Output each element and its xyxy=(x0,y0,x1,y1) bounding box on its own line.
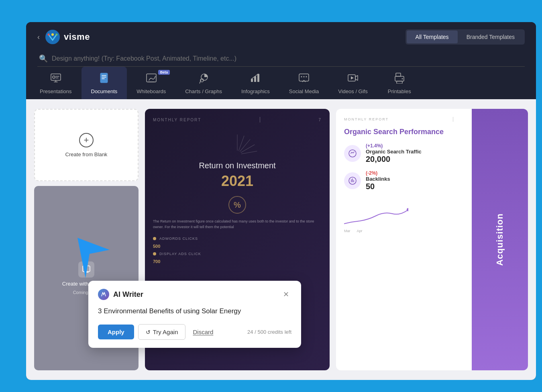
tab-documents[interactable]: Documents xyxy=(82,67,127,99)
tab-charts[interactable]: Charts / Graphs xyxy=(175,67,232,99)
stat-icon-2 xyxy=(344,172,361,189)
stat-change-2: (-2%) xyxy=(366,170,390,176)
svg-point-1 xyxy=(51,33,54,36)
all-templates-button[interactable]: All Templates xyxy=(407,31,458,43)
metric-dot-2 xyxy=(153,252,156,255)
svg-point-2 xyxy=(48,34,50,36)
ai-writer-icon xyxy=(98,289,109,300)
header: ‹ visme All Templates Branded Templates … xyxy=(26,22,536,67)
svg-rect-20 xyxy=(396,73,401,76)
purple-acquisition-strip: Acquisition xyxy=(472,109,528,370)
dark-template-title: Return on Investment xyxy=(153,161,322,170)
metric-item-2: DISPLAY ADS CLICK xyxy=(153,252,322,256)
light-report-divider xyxy=(453,117,453,122)
popup-title-area: AI Writer xyxy=(98,289,143,300)
tab-whiteboards[interactable]: Beta Whiteboards xyxy=(127,67,175,99)
header-top: ‹ visme All Templates Branded Templates xyxy=(37,29,525,45)
popup-title: AI Writer xyxy=(113,290,143,299)
svg-rect-11 xyxy=(251,79,253,82)
discard-button[interactable]: Discard xyxy=(189,325,216,339)
search-input[interactable] xyxy=(52,55,523,62)
tab-social-media[interactable]: Social Media xyxy=(279,67,328,99)
tab-social-media-label: Social Media xyxy=(289,88,319,94)
dark-report-header: MONTHLY REPORT 7 xyxy=(153,117,322,122)
apply-button[interactable]: Apply xyxy=(98,325,134,339)
videos-icon xyxy=(347,72,359,85)
stat-change-1: (+1.4%) xyxy=(366,143,422,149)
svg-point-34 xyxy=(349,150,356,157)
stat-icon-1 xyxy=(344,145,361,162)
back-button[interactable]: ‹ xyxy=(37,33,40,41)
dark-template-year: 2021 xyxy=(153,173,322,190)
popup-content: 3 Environmental Benefits of using Solar … xyxy=(98,306,291,316)
metric-dot-1 xyxy=(153,237,156,240)
metric-item-1: ADWORDS CLICKS xyxy=(153,237,322,241)
dark-report-number: 7 xyxy=(318,118,322,122)
svg-rect-6 xyxy=(100,73,108,83)
light-report-label: MONTHLY REPORT xyxy=(344,117,389,121)
documents-icon xyxy=(98,72,110,85)
chart-label-mar: Mar xyxy=(344,229,350,233)
svg-rect-13 xyxy=(257,74,259,82)
tab-presentations[interactable]: Presentations xyxy=(30,67,82,99)
nav-tabs: Presentations Documents Beta Whiteboards… xyxy=(26,67,536,99)
template-buttons: All Templates Branded Templates xyxy=(405,29,525,45)
search-bar: 🔍 xyxy=(37,51,525,67)
arrow-pointer xyxy=(73,238,110,280)
credits-total: 500 xyxy=(257,329,266,335)
chart-label-apr: Apr xyxy=(357,229,363,233)
tab-infographics-label: Infographics xyxy=(241,88,270,94)
tab-printables-label: Printables xyxy=(388,88,411,94)
tab-documents-label: Documents xyxy=(91,88,118,94)
try-again-label: Try Again xyxy=(153,329,178,335)
svg-point-17 xyxy=(306,76,307,78)
dark-report-label: MONTHLY REPORT xyxy=(153,118,201,122)
acquisition-text: Acquisition xyxy=(495,213,505,266)
svg-point-5 xyxy=(53,76,55,78)
svg-point-23 xyxy=(401,78,403,80)
logo-text: visme xyxy=(64,32,90,42)
svg-marker-37 xyxy=(77,238,110,278)
popup-footer: Apply ↺ Try Again Discard 24 / 500 credi… xyxy=(98,324,291,340)
tab-videos-label: Videos / Gifs xyxy=(338,88,367,94)
visme-logo-icon xyxy=(45,30,60,44)
stat-info-2: (-2%) Backlinks 50 xyxy=(366,170,390,191)
tab-infographics[interactable]: Infographics xyxy=(232,67,279,99)
credits-label-text: credits left xyxy=(268,329,291,335)
tab-presentations-label: Presentations xyxy=(40,88,72,94)
search-icon: 🔍 xyxy=(39,54,48,63)
svg-line-29 xyxy=(241,151,257,154)
metrics-list: ADWORDS CLICKS 500 DISPLAY ADS CLICK 700 xyxy=(153,237,322,264)
credits-info: 24 / 500 credits left xyxy=(247,329,291,335)
dark-template-body: The Return on Investment figure once cal… xyxy=(153,218,322,230)
tab-printables[interactable]: Printables xyxy=(377,67,422,99)
create-from-blank-card[interactable]: + Create from Blank xyxy=(34,109,139,181)
refresh-icon: ↺ xyxy=(146,329,151,335)
social-media-icon xyxy=(298,72,310,85)
try-again-button[interactable]: ↺ Try Again xyxy=(138,324,186,340)
branded-templates-button[interactable]: Branded Templates xyxy=(458,31,524,43)
close-popup-button[interactable]: ✕ xyxy=(281,289,291,300)
whiteboards-icon xyxy=(146,72,157,85)
stat-info-1: (+1.4%) Organic Search Traffic 20,000 xyxy=(366,143,422,164)
stat-name-2: Backlinks xyxy=(366,176,390,182)
light-template-card[interactable]: MONTHLY REPORT 6 Organic Search Performa… xyxy=(336,109,528,370)
metric-value-2: 700 xyxy=(153,259,160,264)
svg-line-27 xyxy=(240,139,250,152)
stat-name-1: Organic Search Traffic xyxy=(366,149,422,155)
sun-rays-decoration xyxy=(153,131,322,155)
svg-rect-22 xyxy=(397,81,402,84)
metric-label-1: ADWORDS CLICKS xyxy=(159,237,198,241)
tab-whiteboards-label: Whiteboards xyxy=(137,88,166,94)
beta-badge: Beta xyxy=(158,70,170,75)
dark-template-icon: % xyxy=(228,196,246,214)
metric-label-2: DISPLAY ADS CLICK xyxy=(159,252,201,256)
tab-videos[interactable]: Videos / Gifs xyxy=(328,67,377,99)
svg-line-28 xyxy=(241,145,255,153)
printables-icon xyxy=(394,72,405,85)
tab-charts-label: Charts / Graphs xyxy=(185,88,222,94)
ai-writer-popup: AI Writer ✕ 3 Environmental Benefits of … xyxy=(88,281,301,348)
create-from-blank-label: Create from Blank xyxy=(65,151,108,157)
popup-header: AI Writer ✕ xyxy=(98,289,291,300)
metric-value-row-2: 700 xyxy=(153,259,322,264)
